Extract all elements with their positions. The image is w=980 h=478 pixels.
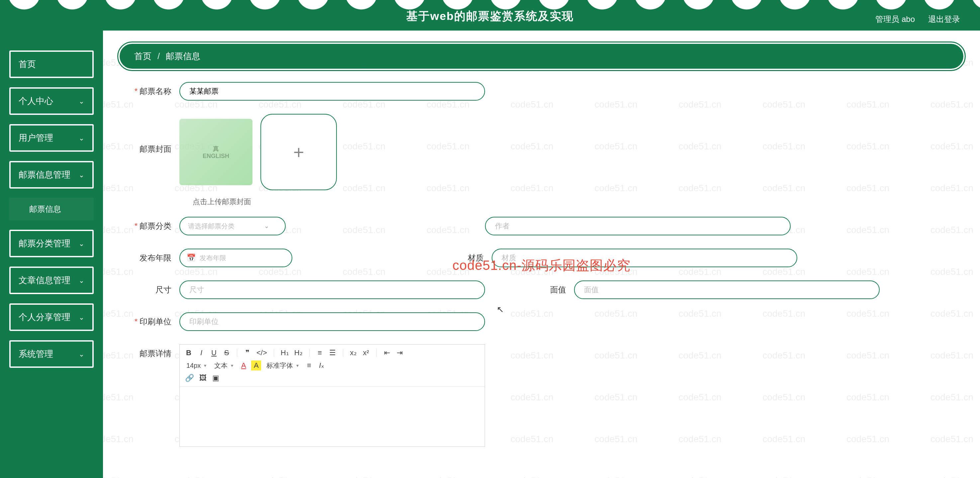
sidebar-item-label: 邮票分类管理	[19, 238, 70, 249]
chevron-down-icon: ⌄	[264, 222, 269, 230]
input-year-field[interactable]	[200, 254, 285, 262]
h2-icon[interactable]: H₂	[293, 348, 304, 358]
chevron-down-icon: ⌄	[79, 313, 84, 321]
sidebar-item-label: 个人中心	[19, 95, 53, 107]
plus-icon: +	[293, 141, 304, 163]
sidebar-subitem-stamp-info[interactable]: 邮票信息	[9, 198, 94, 221]
sidebar-item-label: 邮票信息管理	[19, 169, 70, 181]
chevron-down-icon: ⌄	[79, 350, 84, 358]
bold-icon[interactable]: B	[184, 348, 194, 358]
input-stamp-name[interactable]	[180, 82, 485, 100]
uploaded-thumbnail[interactable]: 真 ENGLISH	[180, 119, 253, 185]
video-icon[interactable]: ▣	[211, 373, 221, 383]
quote-icon[interactable]: ❞	[242, 348, 253, 358]
current-user-label[interactable]: 管理员 abo	[875, 14, 915, 25]
editor-content[interactable]	[180, 387, 485, 446]
sidebar-item-label: 文章信息管理	[19, 275, 70, 286]
image-icon[interactable]: 🖼	[198, 373, 208, 383]
rich-text-editor: B I U S ❞ </> H₁ H₂ ≡ ☰ x₂	[180, 344, 485, 447]
label-year: 发布年限	[119, 252, 180, 263]
upload-tip: 点击上传邮票封面	[192, 197, 963, 207]
align-icon[interactable]: ≡	[304, 360, 314, 370]
code-icon[interactable]: </>	[255, 348, 269, 358]
select-stamp-category[interactable]: 请选择邮票分类 ⌄	[180, 217, 286, 235]
label-face-value: 面值	[514, 284, 574, 295]
indent-right-icon[interactable]: ⇥	[395, 348, 405, 358]
sidebar-item-user-mgmt[interactable]: 用户管理 ⌄	[9, 124, 94, 152]
sidebar: 首页 个人中心 ⌄ 用户管理 ⌄ 邮票信息管理 ⌄ 邮票信息 邮票分类管理 ⌄ …	[0, 30, 103, 478]
label-detail: 邮票详情	[119, 344, 180, 359]
label-stamp-name: *邮票名称	[119, 86, 180, 97]
chevron-down-icon: ⌄	[79, 240, 84, 248]
select-placeholder: 请选择邮票分类	[188, 222, 234, 231]
sidebar-item-article-mgmt[interactable]: 文章信息管理 ⌄	[9, 267, 94, 294]
breadcrumb-home[interactable]: 首页	[134, 51, 151, 62]
sidebar-item-stamp-category-mgmt[interactable]: 邮票分类管理 ⌄	[9, 230, 94, 257]
subscript-icon[interactable]: x₂	[348, 348, 358, 358]
paragraph-select[interactable]: 文本▾	[212, 361, 236, 370]
logout-link[interactable]: 退出登录	[928, 14, 960, 25]
app-title: 基于web的邮票鉴赏系统及实现	[406, 9, 574, 24]
input-material[interactable]	[492, 249, 797, 267]
sidebar-item-system-mgmt[interactable]: 系统管理 ⌄	[9, 340, 94, 368]
sidebar-item-label: 用户管理	[19, 132, 53, 144]
indent-left-icon[interactable]: ⇤	[382, 348, 392, 358]
clear-format-icon[interactable]: Iₓ	[317, 360, 326, 370]
sidebar-item-label: 首页	[19, 59, 36, 70]
h1-icon[interactable]: H₁	[279, 348, 290, 358]
chevron-down-icon: ⌄	[79, 276, 84, 284]
input-year[interactable]: 📅	[180, 249, 292, 267]
label-print-unit: *印刷单位	[119, 316, 180, 327]
font-size-select[interactable]: 14px▾	[184, 362, 209, 370]
upload-add-button[interactable]: +	[261, 114, 337, 190]
ordered-list-icon[interactable]: ≡	[315, 348, 325, 358]
sidebar-item-label: 系统管理	[19, 348, 53, 360]
breadcrumb-separator: /	[158, 51, 160, 61]
editor-toolbar: B I U S ❞ </> H₁ H₂ ≡ ☰ x₂	[180, 345, 485, 387]
sidebar-item-stamp-info-mgmt[interactable]: 邮票信息管理 ⌄	[9, 161, 94, 189]
app-header: 基于web的邮票鉴赏系统及实现 管理员 abo 退出登录	[0, 0, 980, 30]
input-author[interactable]	[485, 217, 791, 235]
sidebar-item-label: 个人分享管理	[19, 311, 70, 323]
sidebar-item-personal[interactable]: 个人中心 ⌄	[9, 87, 94, 115]
font-color-icon[interactable]: A	[239, 360, 248, 370]
input-size[interactable]	[180, 281, 485, 299]
strikethrough-icon[interactable]: S	[221, 348, 232, 358]
chevron-down-icon: ⌄	[79, 171, 84, 179]
sidebar-item-label: 邮票信息	[29, 205, 61, 213]
label-size: 尺寸	[119, 284, 180, 295]
chevron-down-icon: ⌄	[79, 134, 84, 142]
sidebar-item-share-mgmt[interactable]: 个人分享管理 ⌄	[9, 303, 94, 331]
font-family-select[interactable]: 标准字体▾	[264, 361, 301, 370]
breadcrumb-current: 邮票信息	[166, 51, 200, 62]
italic-icon[interactable]: I	[196, 348, 206, 358]
input-print-unit[interactable]	[180, 312, 485, 331]
calendar-icon: 📅	[187, 254, 196, 262]
highlight-icon[interactable]: A	[251, 360, 261, 370]
main-content: 首页 / 邮票信息 *邮票名称 邮票封面 真 ENGLISH +	[103, 30, 980, 478]
unordered-list-icon[interactable]: ☰	[328, 348, 337, 358]
input-face-value[interactable]	[574, 281, 880, 299]
underline-icon[interactable]: U	[209, 348, 219, 358]
sidebar-item-home[interactable]: 首页	[9, 51, 94, 78]
label-stamp-category: *邮票分类	[119, 221, 180, 231]
superscript-icon[interactable]: x²	[361, 348, 371, 358]
label-stamp-cover: 邮票封面	[119, 114, 180, 154]
chevron-down-icon: ⌄	[79, 97, 84, 105]
label-material: 材质	[432, 252, 492, 263]
breadcrumb: 首页 / 邮票信息	[119, 44, 963, 69]
link-icon[interactable]: 🔗	[184, 373, 195, 383]
